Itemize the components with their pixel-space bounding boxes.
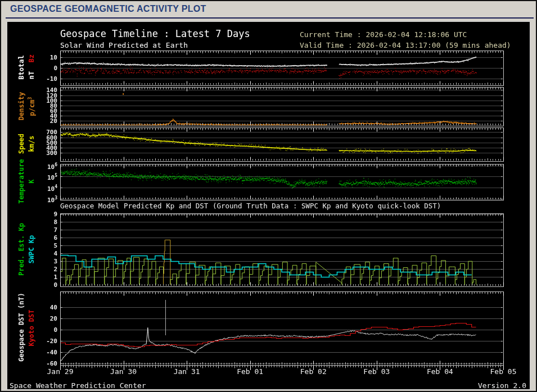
title-rule [6,17,534,19]
panel-ylabel: Pred. Est. Kp [17,216,25,283]
panel-ylabel-unit: K [28,148,35,215]
valid-time: Valid Time : 2026-02-04 13:17:00 (59 min… [300,41,511,49]
plot-panel: Geospace Timeline : Latest 7 Days Solar … [7,21,530,390]
x-tick-label: Jan 29 [38,367,83,376]
panel-ylabel-unit: SWPC Kp [28,216,35,283]
panel-ylabel: Geospace DST (nT) [17,294,25,362]
x-tick-label: Feb 03 [354,367,399,376]
plot-subtitle: Solar Wind Predicted at Earth [60,41,188,49]
x-tick-label: Feb 01 [228,367,273,376]
panel-ylabel-unit: Kyoto DST [28,294,35,362]
x-tick-label: Feb 02 [291,367,336,376]
x-tick-label: Feb 05 [481,367,526,376]
panel-ylabel: Temperature [17,148,25,215]
plot-title: Geospace Timeline : Latest 7 Days [60,28,250,39]
geospace-activity-window: GEOSPACE GEOMAGNETIC ACTIVITY PLOT Geosp… [0,0,537,392]
window-title: GEOSPACE GEOMAGNETIC ACTIVITY PLOT [10,4,206,14]
kp-dst-section-title: Geospace Model Predicted Kp and DST (Gro… [60,202,441,210]
current-time: Current Time : 2026-02-04 12:18:06 UTC [300,30,467,39]
x-tick-label: Feb 04 [417,367,462,376]
footer-left: Space Weather Prediction Center [10,381,146,390]
x-tick-label: Jan 31 [164,367,209,376]
x-tick-label: Jan 30 [101,367,146,376]
footer-right: Version 2.0 [478,381,526,390]
